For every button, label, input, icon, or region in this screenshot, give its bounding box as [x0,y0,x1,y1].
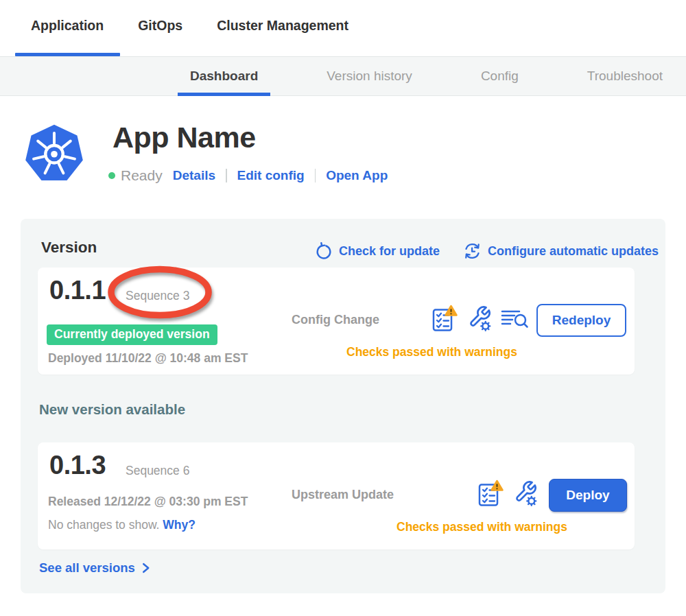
tab-config-label: Config [481,69,519,84]
no-changes-text: No changes to show. [48,518,159,532]
tab-troubleshoot-label: Troubleshoot [587,69,663,84]
version-panel-actions: Check for update Configure automatic upd… [315,241,659,261]
clock-refresh-icon [463,241,482,261]
why-link[interactable]: Why? [163,518,196,532]
edit-config-link[interactable]: Edit config [237,168,305,183]
refresh-icon [315,242,333,261]
version-source-type: Config Change [292,313,379,327]
nav-item-gitops-label: GitOps [138,18,182,34]
available-version-sequence: Sequence 6 [126,464,189,478]
version-source-type: Upstream Update [292,488,394,502]
tab-troubleshoot[interactable]: Troubleshoot [587,57,663,95]
checks-status-text: Checks passed with warnings [346,345,517,359]
edit-config-wrench-gear-icon[interactable] [512,479,538,507]
deployed-version-card: 0.1.1 Sequence 3 Currently deployed vers… [38,268,635,375]
nav-item-cluster-management[interactable]: Cluster Management [217,0,348,56]
deployed-version-sequence: Sequence 3 [126,289,189,303]
app-status-row: Ready Details Edit config Open App [108,167,388,184]
deployed-version-number: 0.1.1 [49,276,106,305]
app-status: Ready [108,167,163,184]
nav-item-gitops[interactable]: GitOps [138,0,182,56]
version-panel: Version Check for update Configure autom… [21,219,665,593]
version-heading: Version [41,239,97,257]
tab-dashboard[interactable]: Dashboard [190,57,258,95]
app-screen: Application GitOps Cluster Management Da… [0,0,686,616]
open-app-link[interactable]: Open App [326,168,388,183]
deployed-version-action-icons [432,305,529,332]
check-for-update-label: Check for update [339,244,440,259]
see-all-versions-label: See all versions [39,560,135,576]
configure-automatic-updates-label: Configure automatic updates [488,244,659,259]
checks-status-text: Checks passed with warnings [397,520,567,534]
preflight-checks-warning-icon[interactable] [432,305,458,332]
kubernetes-logo-icon [24,121,84,185]
ready-status-label: Ready [121,167,163,184]
tab-config[interactable]: Config [481,57,519,95]
currently-deployed-badge: Currently deployed version [47,324,217,345]
tab-version-history-label: Version history [327,69,412,84]
tab-version-history[interactable]: Version history [327,57,412,95]
configure-automatic-updates-button[interactable]: Configure automatic updates [463,241,659,261]
available-version-number: 0.1.3 [49,451,106,480]
no-changes-row: No changes to show. Why? [48,518,196,532]
link-divider [226,169,227,182]
deployed-timestamp: Deployed 11/10/22 @ 10:48 am EST [48,351,248,366]
nav-item-application[interactable]: Application [31,0,104,56]
available-version-action-icons [478,479,538,507]
details-link[interactable]: Details [173,168,215,183]
available-version-card: 0.1.3 Sequence 6 Released 12/12/22 @ 03:… [38,442,635,549]
link-divider [315,169,316,182]
check-for-update-button[interactable]: Check for update [315,242,440,261]
view-diff-search-icon[interactable] [501,307,529,330]
ready-status-dot [108,172,115,179]
redeploy-button[interactable]: Redeploy [536,304,626,337]
preflight-checks-warning-icon[interactable] [478,479,504,507]
active-tab-underline [178,93,270,96]
released-timestamp: Released 12/12/22 @ 03:30 pm EST [48,495,248,509]
page-title: App Name [113,121,256,154]
app-tab-bar: Dashboard Version history Config Trouble… [0,56,686,96]
see-all-versions-link[interactable]: See all versions [39,560,152,576]
nav-item-application-label: Application [31,18,104,34]
tab-dashboard-label: Dashboard [190,69,258,84]
chevron-right-icon [140,562,152,574]
deploy-button[interactable]: Deploy [549,479,627,512]
new-version-available-heading: New version available [39,401,185,418]
edit-config-wrench-gear-icon[interactable] [466,305,492,332]
nav-item-cluster-management-label: Cluster Management [217,18,348,34]
primary-nav: Application GitOps Cluster Management [0,0,686,56]
